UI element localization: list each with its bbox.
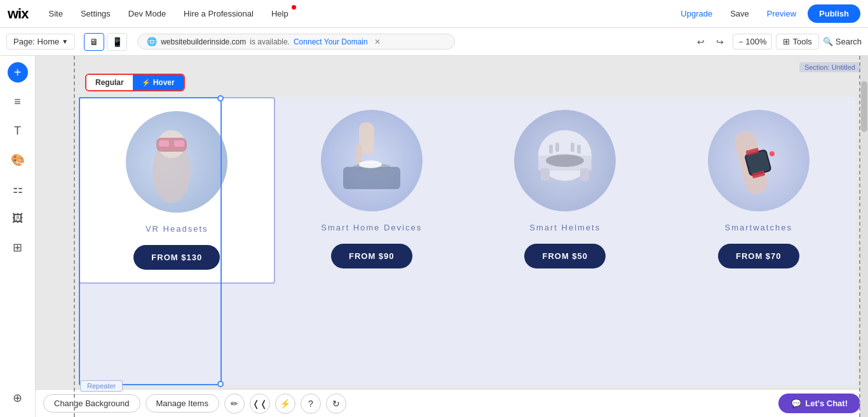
flash-action-button[interactable]: ⚡ — [275, 394, 295, 414]
hover-state-button[interactable]: ⚡ Hover — [133, 75, 184, 90]
product-name-helmet: Smart Helmets — [529, 223, 600, 232]
nav-right: Upgrade Save Preview Publish — [674, 4, 860, 23]
nav-site[interactable]: Site — [39, 0, 71, 28]
bookmark-button[interactable]: ❬❬ — [250, 394, 270, 414]
left-guide — [74, 56, 75, 417]
sidebar-theme-icon[interactable]: 🎨 — [5, 147, 31, 173]
chevron-down-icon: ▼ — [62, 38, 68, 45]
product-name-watch: Smartwatches — [725, 223, 792, 232]
search-icon: 🔍 — [823, 37, 833, 46]
url-bar: 🌐 websitebuilderinside.com is available.… — [137, 34, 455, 50]
svg-rect-18 — [549, 145, 553, 154]
zoom-level: 100% — [745, 37, 766, 46]
publish-button[interactable]: Publish — [808, 4, 860, 23]
scroll-thumb[interactable] — [861, 81, 867, 132]
svg-rect-17 — [580, 168, 589, 181]
product-item-vr[interactable]: VR Headsets FROM $130 — [79, 97, 275, 284]
product-item-helmet[interactable]: Smart Helmets FROM $50 — [468, 97, 662, 281]
product-name-smart-home: Smart Home Devices — [321, 223, 422, 232]
edit-pen-button[interactable]: ✏ — [224, 394, 245, 414]
sidebar-sections-icon[interactable]: ≡ — [5, 89, 31, 114]
page-name: Page: Home — [13, 37, 59, 46]
product-grid: VR Headsets FROM $130 — [79, 97, 855, 385]
hover-state-toggle: Regular ⚡ Hover — [85, 74, 185, 91]
wix-logo: wix — [8, 6, 28, 22]
preview-button[interactable]: Preview — [761, 9, 803, 18]
svg-rect-16 — [541, 168, 550, 181]
product-item-smart-home[interactable]: Smart Home Devices FROM $90 — [275, 97, 469, 281]
product-item-watch[interactable]: Smartwatches FROM $70 — [662, 97, 856, 281]
svg-rect-8 — [356, 145, 362, 164]
globe-icon: 🌐 — [147, 37, 157, 46]
product-price-btn-smart-home[interactable]: FROM $90 — [331, 244, 412, 268]
help-button[interactable]: ? — [301, 394, 321, 414]
undo-button[interactable]: ↩ — [692, 33, 710, 51]
desktop-device-button[interactable]: 🖥 — [84, 33, 104, 51]
sidebar-apps-icon[interactable]: ⚏ — [5, 176, 31, 202]
product-price-btn-watch[interactable]: FROM $70 — [718, 244, 799, 268]
flash-icon: ⚡ — [142, 79, 151, 87]
more-options-button[interactable]: ↻ — [326, 394, 346, 414]
bottom-toolbar: Change Background Manage Items ✏ ❬❬ ⚡ ? … — [36, 389, 868, 417]
smart-helmet-image — [514, 110, 616, 211]
mobile-device-button[interactable]: 📱 — [107, 33, 127, 51]
search-button[interactable]: 🔍 Search — [823, 37, 862, 46]
sidebar-media-icon[interactable]: 🖼 — [5, 206, 31, 231]
product-image-smart-home — [321, 110, 423, 211]
chat-icon: 💬 — [791, 399, 801, 408]
svg-rect-20 — [571, 143, 574, 152]
nav-devmode[interactable]: Dev Mode — [119, 0, 175, 28]
product-price-btn-helmet[interactable]: FROM $50 — [524, 244, 606, 268]
zoom-control[interactable]: − 100% — [733, 34, 772, 50]
help-notification-dot — [292, 5, 296, 10]
url-text: websitebuilderinside.com — [161, 37, 246, 46]
left-sidebar: + ≡ T 🎨 ⚏ 🖼 ⊞ ⊕ — [0, 56, 36, 417]
top-nav: wix Site Settings Dev Mode Hire a Profes… — [0, 0, 868, 28]
product-image-watch — [708, 110, 810, 211]
change-background-button[interactable]: Change Background — [43, 394, 140, 413]
close-url-bar-icon[interactable]: ✕ — [374, 37, 381, 46]
vr-headset-image — [126, 111, 227, 213]
redo-button[interactable]: ↪ — [711, 33, 729, 51]
device-switcher: 🖥 📱 — [84, 33, 127, 51]
svg-rect-4 — [159, 140, 169, 147]
save-button[interactable]: Save — [724, 9, 756, 18]
add-element-button[interactable]: + — [8, 62, 28, 83]
product-price-btn-vr[interactable]: FROM $130 — [133, 245, 220, 270]
nav-help[interactable]: Help — [262, 0, 297, 28]
smart-home-image — [321, 110, 423, 211]
regular-state-button[interactable]: Regular — [86, 75, 133, 90]
tools-icon: ⊞ — [783, 37, 790, 46]
main-area: + ≡ T 🎨 ⚏ 🖼 ⊞ ⊕ Section: Untitled Regula… — [0, 56, 868, 417]
svg-point-11 — [359, 161, 382, 168]
sidebar-layers-icon[interactable]: ⊕ — [5, 385, 31, 411]
sidebar-list-icon[interactable]: ⊞ — [5, 235, 31, 260]
product-image-vr — [126, 111, 227, 213]
manage-items-button[interactable]: Manage Items — [146, 394, 219, 413]
svg-rect-19 — [555, 143, 559, 152]
svg-point-15 — [546, 154, 584, 167]
nav-settings[interactable]: Settings — [72, 0, 119, 28]
product-name-vr: VR Headsets — [146, 224, 208, 234]
toolbar-right: ↩ ↪ − 100% ⊞ Tools 🔍 Search — [692, 33, 862, 51]
url-status: is available. — [250, 37, 290, 46]
page-selector[interactable]: Page: Home ▼ — [6, 34, 75, 50]
nav-hire-professional[interactable]: Hire a Professional — [175, 0, 262, 28]
product-image-helmet — [514, 110, 616, 211]
toolbar: Page: Home ▼ 🖥 📱 🌐 websitebuilderinside.… — [0, 28, 868, 56]
upgrade-button[interactable]: Upgrade — [674, 9, 719, 18]
zoom-out-icon: − — [738, 37, 743, 46]
svg-rect-5 — [174, 140, 184, 147]
undo-redo-group: ↩ ↪ — [692, 33, 729, 51]
connect-domain-link[interactable]: Connect Your Domain — [294, 37, 368, 46]
scroll-track — [860, 56, 868, 417]
chat-widget-button[interactable]: 💬 Let's Chat! — [778, 394, 860, 413]
sidebar-text-icon[interactable]: T — [5, 118, 31, 143]
smartwatch-image — [708, 110, 810, 211]
canvas: Section: Untitled Regular ⚡ Hover — [36, 56, 868, 417]
section-label: Section: Untitled — [799, 62, 860, 72]
repeater-label: Repeater — [80, 380, 123, 392]
tools-button[interactable]: ⊞ Tools — [776, 34, 818, 50]
svg-rect-21 — [577, 145, 581, 154]
